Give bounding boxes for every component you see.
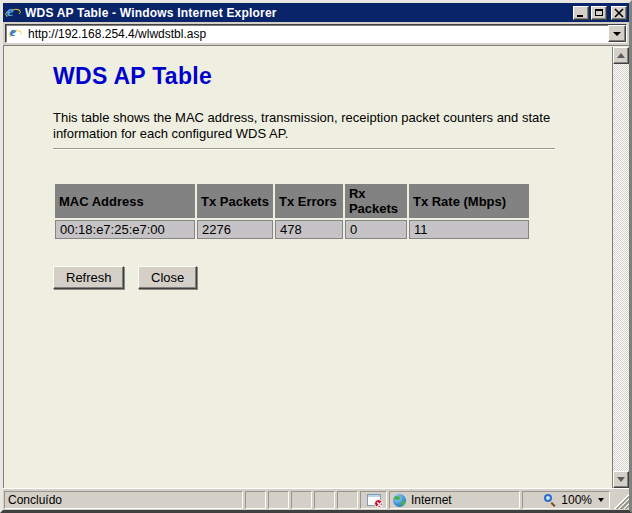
title-bar: e WDS AP Table - Windows Internet Explor… <box>3 3 629 22</box>
status-panel-5 <box>337 491 358 509</box>
scroll-up-button[interactable] <box>613 47 629 64</box>
close-icon <box>612 7 626 19</box>
cell-tx-packets: 2276 <box>197 220 273 239</box>
cell-tx-errors: 478 <box>275 220 343 239</box>
close-button[interactable]: Close <box>138 266 197 289</box>
zoom-control[interactable]: 100% <box>522 491 610 509</box>
chevron-down-icon <box>613 32 621 36</box>
window-title: WDS AP Table - Windows Internet Explorer <box>25 6 573 20</box>
status-panel-3 <box>291 491 312 509</box>
protected-mode-off-icon <box>367 494 381 506</box>
page-description: This table shows the MAC address, transm… <box>53 110 555 142</box>
minimize-icon <box>577 15 583 17</box>
browser-window: e WDS AP Table - Windows Internet Explor… <box>0 0 632 513</box>
zone-label: Internet <box>411 493 452 507</box>
table-row: 00:18:e7:25:e7:00 2276 478 0 11 <box>55 220 529 239</box>
security-zone-panel[interactable]: Internet <box>389 491 520 509</box>
status-panel-1 <box>245 491 266 509</box>
cell-tx-rate: 11 <box>409 220 529 239</box>
maximize-button[interactable] <box>591 6 607 20</box>
zoom-level: 100% <box>561 493 592 507</box>
status-message: Concluído <box>4 491 243 509</box>
address-dropdown-button[interactable] <box>608 25 626 42</box>
chevron-down-icon <box>598 498 604 502</box>
page-viewport: WDS AP Table This table shows the MAC ad… <box>3 45 629 488</box>
col-header-tx-rate: Tx Rate (Mbps) <box>409 184 529 218</box>
zoom-dropdown-button[interactable] <box>598 498 604 502</box>
magnifier-icon <box>544 494 557 507</box>
col-header-tx-packets: Tx Packets <box>197 184 273 218</box>
arrow-down-icon <box>617 477 625 482</box>
vertical-scrollbar[interactable] <box>612 47 629 488</box>
horizontal-rule <box>53 148 555 150</box>
globe-icon <box>393 494 406 507</box>
cell-rx-packets: 0 <box>345 220 407 239</box>
url-text: http://192.168.254.4/wlwdstbl.asp <box>28 27 608 41</box>
address-bar: e http://192.168.254.4/wlwdstbl.asp <box>3 22 629 45</box>
refresh-button[interactable]: Refresh <box>53 266 124 289</box>
col-header-tx-errors: Tx Errors <box>275 184 343 218</box>
arrow-up-icon <box>617 53 625 58</box>
status-panel-4 <box>314 491 335 509</box>
close-window-button[interactable] <box>611 6 627 20</box>
url-field[interactable]: e http://192.168.254.4/wlwdstbl.asp <box>5 24 627 43</box>
internet-explorer-icon: e <box>6 5 21 20</box>
status-panel-2 <box>268 491 289 509</box>
page-title: WDS AP Table <box>53 63 611 90</box>
wds-ap-table: MAC Address Tx Packets Tx Errors Rx Pack… <box>53 182 531 241</box>
protected-mode-panel[interactable] <box>360 491 387 509</box>
col-header-rx-packets: Rx Packets <box>345 184 407 218</box>
button-row: Refresh Close <box>53 266 611 289</box>
minimize-button[interactable] <box>573 6 589 20</box>
page-favicon-ie-icon: e <box>9 27 22 40</box>
maximize-icon <box>595 9 603 16</box>
col-header-mac-address: MAC Address <box>55 184 195 218</box>
status-bar: Concluído Internet 100% <box>3 488 629 510</box>
table-header-row: MAC Address Tx Packets Tx Errors Rx Pack… <box>55 184 529 218</box>
scroll-down-button[interactable] <box>613 471 629 488</box>
status-message-text: Concluído <box>8 493 62 507</box>
page-content: WDS AP Table This table shows the MAC ad… <box>4 46 611 488</box>
cell-mac-address: 00:18:e7:25:e7:00 <box>55 220 195 239</box>
resize-grip[interactable] <box>612 491 629 509</box>
